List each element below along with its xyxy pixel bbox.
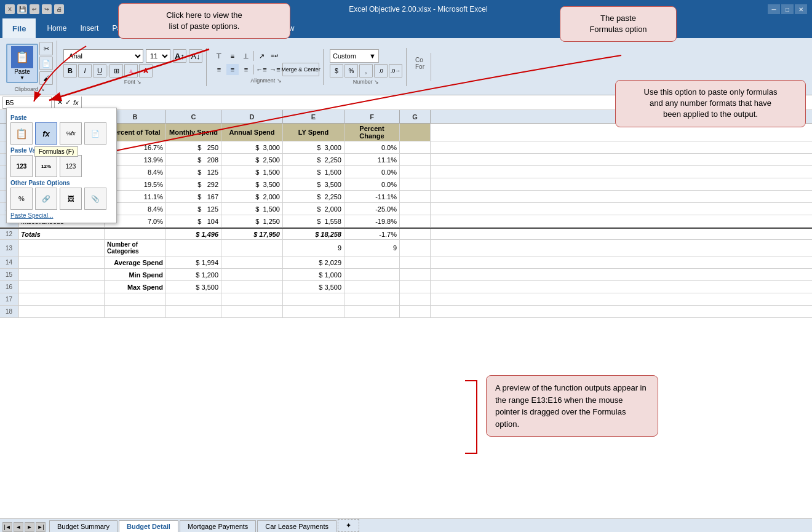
cell-c4[interactable]: Monthly Spend — [166, 124, 221, 141]
new-sheet-tab[interactable]: ✦ — [338, 519, 359, 532]
cell-d7[interactable]: $ 1,500 — [221, 166, 283, 178]
cell-g12[interactable] — [400, 229, 431, 239]
cell-f10[interactable]: -25.0% — [344, 203, 400, 215]
cell-c13[interactable] — [166, 240, 221, 256]
cell-g10[interactable] — [400, 203, 431, 215]
cell-c18[interactable] — [166, 306, 221, 317]
paste-values-123-button[interactable]: 123 — [10, 155, 33, 177]
copy-button[interactable]: 📄 — [39, 57, 53, 70]
cell-e18[interactable] — [283, 306, 344, 317]
cancel-formula-button[interactable]: ✕ — [57, 98, 63, 106]
undo-icon[interactable]: ↩ — [30, 4, 39, 14]
cell-e8[interactable]: $ 3,500 — [283, 178, 344, 190]
cell-c12[interactable]: $ 1,496 — [166, 229, 221, 239]
decrease-font-button[interactable]: A↓ — [189, 49, 202, 63]
cell-c11[interactable]: $ 104 — [166, 215, 221, 227]
cell-f4[interactable]: Percent Change — [344, 124, 400, 141]
orient-button[interactable]: ↗ — [255, 50, 268, 62]
align-bottom-button[interactable]: ⊥ — [240, 50, 252, 62]
print-icon[interactable]: 🖨 — [54, 4, 64, 14]
cell-e12[interactable]: $ 18,258 — [283, 229, 344, 239]
col-header-e[interactable]: E — [283, 110, 344, 123]
cell-c17[interactable] — [166, 293, 221, 305]
cell-c15[interactable]: $ 1,200 — [166, 269, 221, 280]
paste-all-button[interactable]: 📋 — [10, 122, 33, 145]
cell-g8[interactable] — [400, 178, 431, 190]
cell-d9[interactable]: $ 2,000 — [221, 191, 283, 202]
cell-g15[interactable] — [400, 269, 431, 280]
cell-d4[interactable]: Annual Spend — [221, 124, 283, 141]
cell-g17[interactable] — [400, 293, 431, 305]
paste-format-button[interactable]: % — [10, 188, 33, 210]
font-color-button[interactable]: A — [139, 64, 153, 77]
align-center-button[interactable]: ≡ — [226, 64, 239, 75]
insert-function-button[interactable]: fx — [73, 99, 79, 106]
cell-c9[interactable]: $ 167 — [166, 191, 221, 202]
paste-values-plain-button[interactable]: 123 — [60, 155, 82, 177]
cell-a12[interactable]: Totals — [18, 229, 105, 239]
cell-e6[interactable]: $ 2,250 — [283, 154, 344, 165]
tab-mortgage-payments[interactable]: Mortgage Payments — [180, 520, 256, 532]
cell-e16[interactable]: $ 3,500 — [283, 281, 344, 293]
underline-button[interactable]: U — [93, 64, 106, 77]
name-box[interactable] — [2, 97, 52, 109]
cell-d6[interactable]: $ 2,500 — [221, 154, 283, 165]
cell-e5[interactable]: $ 3,000 — [283, 141, 344, 153]
cell-a18[interactable] — [18, 306, 105, 317]
cell-d16[interactable] — [221, 281, 283, 293]
cell-e14[interactable]: $ 2,029 — [283, 256, 344, 268]
cell-b16[interactable]: Max Spend — [105, 281, 166, 293]
cell-e11[interactable]: $ 1,558 — [283, 215, 344, 227]
cell-f17[interactable] — [344, 293, 400, 305]
tab-prev-button[interactable]: ◄ — [14, 522, 23, 532]
cell-f14[interactable] — [344, 256, 400, 268]
number-format-select[interactable]: Custom ▼ — [330, 49, 379, 63]
cell-e13[interactable]: 9 — [283, 240, 344, 256]
cell-c5[interactable]: $ 250 — [166, 141, 221, 153]
paste-special-link[interactable]: Paste Special... — [10, 212, 113, 219]
decrease-decimal-button[interactable]: .0→ — [389, 64, 402, 77]
close-button[interactable]: ✕ — [795, 4, 807, 14]
cell-c8[interactable]: $ 292 — [166, 178, 221, 190]
cell-e4[interactable]: LY Spend — [283, 124, 344, 141]
menu-home[interactable]: Home — [41, 22, 73, 35]
cell-d13[interactable] — [221, 240, 283, 256]
decrease-indent-button[interactable]: ←≡ — [255, 64, 268, 75]
paste-formulas-number-button[interactable]: %fx — [60, 122, 82, 145]
tab-last-button[interactable]: ►| — [36, 522, 46, 532]
paste-picture-button[interactable]: 🖼 — [60, 188, 82, 210]
format-painter-button[interactable]: 🖌 — [39, 71, 53, 85]
cell-b14[interactable]: Average Spend — [105, 256, 166, 268]
cell-d8[interactable]: $ 3,500 — [221, 178, 283, 190]
col-header-g[interactable]: G — [400, 110, 431, 123]
maximize-button[interactable]: □ — [781, 4, 794, 14]
cell-g6[interactable] — [400, 154, 431, 165]
cell-c16[interactable]: $ 3,500 — [166, 281, 221, 293]
cell-g11[interactable] — [400, 215, 431, 227]
redo-icon[interactable]: ↪ — [42, 4, 52, 14]
cell-a14[interactable] — [18, 256, 105, 268]
increase-font-button[interactable]: A↑ — [173, 49, 186, 63]
align-middle-button[interactable]: ≡ — [226, 50, 239, 62]
currency-button[interactable]: $ — [330, 64, 343, 77]
border-button[interactable]: ⊞ — [109, 64, 123, 77]
cell-f9[interactable]: -11.1% — [344, 191, 400, 202]
cell-d18[interactable] — [221, 306, 283, 317]
tab-first-button[interactable]: |◄ — [2, 522, 12, 532]
cell-f13[interactable]: 9 — [344, 240, 400, 256]
cell-g9[interactable] — [400, 191, 431, 202]
cell-b12[interactable] — [105, 229, 166, 239]
cell-f15[interactable] — [344, 269, 400, 280]
cell-c14[interactable]: $ 1,994 — [166, 256, 221, 268]
cell-g13[interactable] — [400, 240, 431, 256]
paste-formulas-button[interactable]: fx Formulas (F) — [35, 122, 57, 145]
cell-d11[interactable]: $ 1,250 — [221, 215, 283, 227]
increase-decimal-button[interactable]: .0 — [374, 64, 388, 77]
font-size-select[interactable]: 11 — [146, 49, 170, 63]
tab-budget-summary[interactable]: Budget Summary — [49, 520, 117, 532]
cell-e15[interactable]: $ 1,000 — [283, 269, 344, 280]
cell-b17[interactable] — [105, 293, 166, 305]
save-icon[interactable]: 💾 — [17, 4, 27, 14]
cell-g5[interactable] — [400, 141, 431, 153]
col-header-d[interactable]: D — [221, 110, 283, 123]
